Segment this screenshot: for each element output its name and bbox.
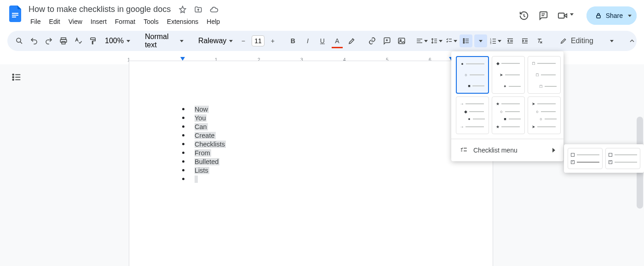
paragraph-style-dropdown[interactable]: Normal text	[141, 34, 187, 47]
share-label: Share	[606, 12, 623, 19]
svg-text:3: 3	[490, 42, 491, 45]
document-outline-icon[interactable]	[10, 71, 23, 84]
bullet-dot-icon	[182, 143, 184, 145]
list-item-text: From	[195, 149, 211, 157]
list-item[interactable]: From	[182, 148, 226, 157]
menu-file[interactable]: File	[27, 16, 45, 27]
bullet-style-option-2[interactable]: ◆ ➤ ✦	[492, 56, 525, 94]
svg-point-7	[17, 38, 21, 42]
list-item-text: Lists	[195, 167, 209, 174]
undo-icon[interactable]	[28, 34, 40, 47]
list-item[interactable]: You	[182, 113, 226, 122]
line-spacing-dropdown[interactable]	[430, 34, 443, 47]
svg-rect-14	[398, 38, 405, 44]
font-size-increase[interactable]: +	[266, 34, 279, 47]
align-dropdown[interactable]	[415, 34, 428, 47]
spellcheck-icon[interactable]	[72, 34, 85, 47]
doc-title[interactable]: How to make checklists in google docs	[27, 4, 172, 15]
svg-point-28	[463, 42, 465, 44]
list-item[interactable]: Can	[182, 122, 226, 131]
highlight-icon[interactable]	[345, 34, 358, 47]
list-item-text: You	[195, 114, 207, 122]
insert-link-icon[interactable]	[366, 34, 379, 47]
list-item[interactable]: Lists	[182, 166, 226, 175]
svg-point-46	[12, 74, 14, 75]
font-size-decrease[interactable]: −	[237, 34, 250, 47]
bullet-style-option-3[interactable]: □ □ □	[528, 56, 561, 94]
numbered-list-dropdown[interactable]: 123	[489, 34, 502, 47]
list-item[interactable]: Checklists	[182, 140, 226, 148]
clear-formatting-icon[interactable]	[533, 34, 546, 47]
meet-icon[interactable]	[556, 9, 569, 22]
list-item[interactable]: Create	[182, 131, 226, 140]
text-cursor	[195, 175, 198, 183]
menu-help[interactable]: Help	[203, 16, 224, 27]
list-item[interactable]: Bulleted	[182, 157, 226, 166]
star-icon[interactable]	[177, 4, 188, 15]
search-menus-icon[interactable]	[13, 34, 26, 47]
bold-icon[interactable]: B	[287, 34, 299, 47]
docs-logo[interactable]	[7, 6, 24, 22]
bullet-style-option-5[interactable]: ★ ○ ■ ★	[492, 96, 525, 134]
zoom-value: 100%	[105, 37, 124, 45]
menu-insert[interactable]: Insert	[87, 16, 110, 27]
checklist-menu-item[interactable]: Checklist menu	[454, 142, 561, 158]
editing-label: Editing	[571, 37, 593, 45]
svg-point-26	[463, 40, 465, 42]
editing-mode-dropdown[interactable]: Editing	[555, 37, 618, 45]
svg-rect-2	[12, 17, 16, 17]
insert-image-icon[interactable]	[395, 34, 408, 47]
underline-icon[interactable]: U	[316, 34, 329, 47]
menu-tools[interactable]: Tools	[140, 16, 162, 27]
svg-rect-0	[12, 13, 18, 14]
bullet-dot-icon	[182, 152, 184, 154]
toolbar: 100% Normal text Raleway − + B I U A 123…	[7, 31, 637, 51]
bulleted-list-caret[interactable]	[474, 34, 487, 47]
checklist-style-option-1[interactable]	[568, 148, 603, 169]
redo-icon[interactable]	[42, 34, 55, 47]
menu-edit[interactable]: Edit	[46, 16, 64, 27]
font-size-input[interactable]	[252, 35, 264, 46]
list-item-empty[interactable]	[182, 175, 226, 183]
decrease-indent-icon[interactable]	[504, 34, 517, 47]
svg-rect-1	[12, 15, 18, 16]
svg-point-50	[12, 79, 14, 80]
bullet-dot-icon	[182, 117, 184, 119]
list-item-text: Checklists	[195, 141, 226, 148]
add-comment-icon[interactable]	[380, 34, 393, 47]
bullet-style-option-1[interactable]: ● ○ ■	[456, 56, 489, 94]
share-caret[interactable]	[623, 6, 637, 25]
cloud-status-icon[interactable]	[208, 4, 219, 15]
bulleted-list-button[interactable]	[460, 34, 472, 47]
checklist-style-option-2[interactable]	[605, 148, 640, 169]
checklist-submenu	[564, 144, 644, 173]
bullet-style-option-6[interactable]: ➤ ○ ○ ➤	[528, 96, 561, 134]
list-item-text: Now	[195, 106, 209, 113]
submenu-arrow-icon	[552, 148, 555, 153]
increase-indent-icon[interactable]	[518, 34, 531, 47]
list-item-text: Create	[195, 132, 216, 139]
print-icon[interactable]	[57, 34, 70, 47]
list-item[interactable]: Now	[182, 105, 226, 113]
comments-icon[interactable]	[537, 9, 550, 22]
move-icon[interactable]	[193, 4, 204, 15]
collapse-toolbar-icon[interactable]	[626, 34, 638, 47]
zoom-dropdown[interactable]: 100%	[101, 34, 134, 47]
history-icon[interactable]	[518, 9, 530, 22]
svg-point-24	[463, 39, 465, 40]
menu-view[interactable]: View	[65, 16, 86, 27]
paint-format-icon[interactable]	[86, 34, 99, 47]
svg-rect-5	[558, 13, 564, 18]
document-page[interactable]: NowYouCanCreateChecklistsFromBulletedLis…	[129, 61, 493, 266]
italic-icon[interactable]: I	[301, 34, 314, 47]
bullet-style-option-4[interactable]: → ◆ ● →	[456, 96, 489, 134]
menu-format[interactable]: Format	[111, 16, 139, 27]
menu-extensions[interactable]: Extensions	[163, 16, 202, 27]
font-dropdown[interactable]: Raleway	[195, 34, 230, 47]
bullet-dot-icon	[182, 178, 184, 180]
checklist-menu-label: Checklist menu	[473, 147, 518, 154]
bullet-dot-icon	[182, 160, 184, 163]
text-color-icon[interactable]: A	[331, 34, 344, 47]
checklist-dropdown[interactable]	[445, 34, 458, 47]
bullet-dot-icon	[182, 108, 184, 110]
